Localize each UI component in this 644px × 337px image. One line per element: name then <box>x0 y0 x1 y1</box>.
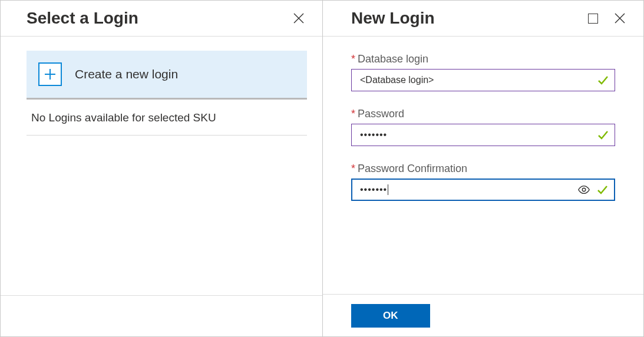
password-field: *Password ••••••• <box>351 108 615 146</box>
database-login-field: *Database login <Database login> <box>351 53 615 91</box>
new-login-form: *Database login <Database login> *Passwo… <box>323 37 643 294</box>
text-caret <box>388 184 388 195</box>
select-login-header: Select a Login <box>1 1 322 37</box>
required-asterisk: * <box>351 108 355 120</box>
required-asterisk: * <box>351 53 355 65</box>
new-login-header: New Login <box>323 1 643 37</box>
plus-icon <box>38 62 62 86</box>
database-login-value: <Database login> <box>360 75 434 85</box>
database-login-input[interactable]: <Database login> <box>351 69 615 91</box>
check-icon <box>597 74 609 86</box>
password-confirm-input[interactable]: ••••••• <box>351 179 615 201</box>
create-new-login-label: Create a new login <box>75 67 178 81</box>
maximize-icon[interactable] <box>584 10 601 27</box>
select-login-panel: Select a Login Create a new login No Log… <box>1 1 323 336</box>
create-new-login-card[interactable]: Create a new login <box>27 51 307 100</box>
svg-point-6 <box>582 188 586 191</box>
password-confirm-masked: ••••••• <box>360 184 387 195</box>
password-confirm-field: *Password Confirmation ••••••• <box>351 163 615 201</box>
required-asterisk: * <box>351 163 355 174</box>
close-icon[interactable] <box>612 10 628 27</box>
database-login-label: *Database login <box>351 53 615 65</box>
no-logins-message: No Logins available for selected SKU <box>27 100 307 136</box>
new-login-panel: New Login *Database login <Database logi… <box>323 1 643 336</box>
close-icon[interactable] <box>290 10 307 27</box>
select-login-body: Create a new login No Logins available f… <box>1 37 322 136</box>
password-label: *Password <box>351 108 615 120</box>
check-icon <box>597 129 609 141</box>
check-icon <box>596 184 608 196</box>
password-masked: ••••••• <box>360 130 387 140</box>
new-login-title: New Login <box>351 9 584 28</box>
select-login-footer <box>1 295 322 336</box>
ok-button[interactable]: OK <box>351 304 430 328</box>
select-login-title: Select a Login <box>27 9 138 28</box>
password-input[interactable]: ••••••• <box>351 124 615 146</box>
new-login-footer: OK <box>323 294 643 336</box>
password-confirm-label: *Password Confirmation <box>351 163 615 175</box>
eye-icon[interactable] <box>577 183 590 196</box>
